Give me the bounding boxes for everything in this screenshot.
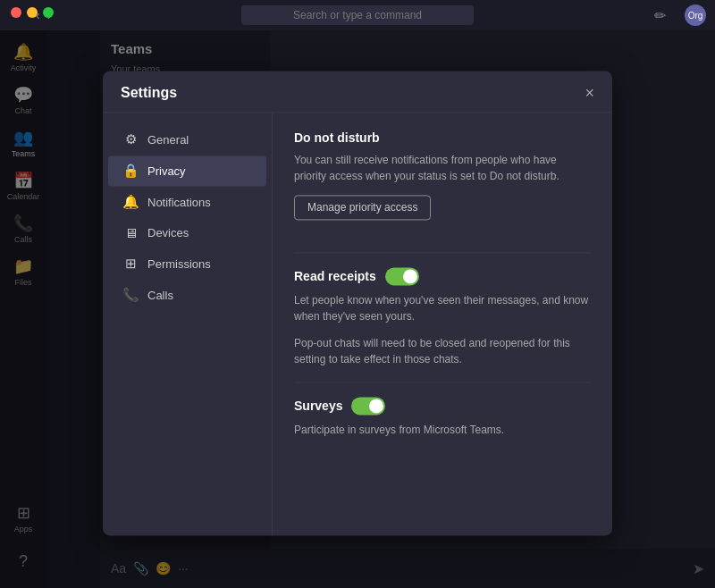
do-not-disturb-desc: You can still receive notifications from… [294, 152, 591, 184]
modal-body: ⚙ General 🔒 Privacy 🔔 Notifications 🖥 De… [103, 113, 612, 535]
read-receipts-toggle-row: Read receipts [294, 267, 591, 285]
manage-priority-access-button[interactable]: Manage priority access [294, 195, 431, 220]
settings-nav-label: Permissions [147, 257, 211, 271]
settings-content: Do not disturb You can still receive not… [273, 113, 612, 535]
settings-nav-calls[interactable]: 📞 Calls [108, 280, 266, 310]
read-receipts-section: Read receipts Let people know when you'v… [294, 267, 591, 367]
settings-nav-label: General [147, 133, 189, 147]
settings-modal: Settings × ⚙ General 🔒 Privacy 🔔 Notific… [103, 71, 612, 535]
do-not-disturb-section: Do not disturb You can still receive not… [294, 130, 591, 238]
surveys-desc: Participate in surveys from Microsoft Te… [294, 422, 591, 438]
search-input[interactable] [241, 5, 474, 25]
read-receipts-label: Read receipts [294, 269, 376, 283]
general-icon: ⚙ [122, 131, 139, 147]
divider [294, 252, 591, 253]
modal-title: Settings [121, 85, 177, 101]
divider [294, 382, 591, 382]
privacy-icon: 🔒 [122, 163, 139, 179]
read-receipts-toggle[interactable] [385, 267, 419, 285]
settings-nav-label: Devices [147, 226, 189, 239]
read-receipts-desc2: Pop-out chats will need to be closed and… [294, 335, 591, 367]
permissions-icon: ⊞ [122, 256, 139, 272]
surveys-toggle-row: Surveys [294, 397, 591, 415]
read-receipts-desc1: Let people know when you've seen their m… [294, 292, 591, 324]
surveys-label: Surveys [294, 399, 342, 413]
do-not-disturb-title: Do not disturb [294, 130, 591, 145]
settings-nav-general[interactable]: ⚙ General [108, 124, 266, 155]
modal-header: Settings × [103, 71, 612, 113]
settings-nav-permissions[interactable]: ⊞ Permissions [108, 248, 266, 279]
settings-nav: ⚙ General 🔒 Privacy 🔔 Notifications 🖥 De… [103, 113, 273, 535]
surveys-toggle[interactable] [351, 397, 385, 415]
compose-icon[interactable]: ✏ [654, 7, 666, 24]
surveys-section: Surveys Participate in surveys from Micr… [294, 397, 591, 438]
settings-nav-label: Notifications [147, 196, 211, 209]
modal-close-button[interactable]: × [585, 85, 594, 101]
user-avatar[interactable]: Org [685, 4, 706, 26]
minimize-window-button[interactable] [27, 7, 38, 18]
close-window-button[interactable] [11, 7, 21, 18]
devices-icon: 🖥 [122, 225, 139, 240]
maximize-window-button[interactable] [43, 7, 54, 18]
top-bar: ‹ › ✏ Org [0, 0, 715, 30]
settings-nav-devices[interactable]: 🖥 Devices [108, 218, 266, 248]
window-controls [11, 7, 54, 18]
settings-nav-label: Privacy [147, 164, 186, 178]
notifications-icon: 🔔 [122, 194, 139, 210]
settings-nav-label: Calls [147, 289, 173, 302]
settings-nav-notifications[interactable]: 🔔 Notifications [108, 187, 266, 217]
calls-nav-icon: 📞 [122, 287, 139, 303]
settings-nav-privacy[interactable]: 🔒 Privacy [108, 155, 266, 186]
